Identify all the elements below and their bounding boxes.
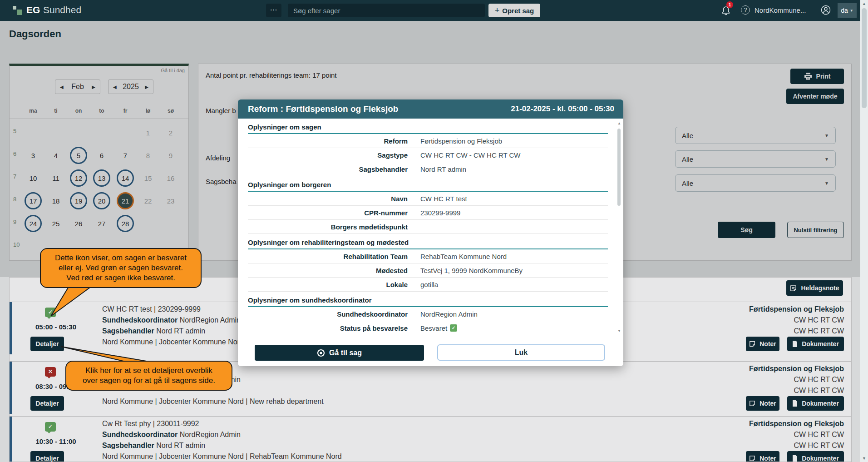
logo-eg-text: EG xyxy=(26,5,40,15)
section-heading: Oplysninger om sundhedskoordinator xyxy=(248,296,608,307)
section-heading: Oplysninger om rehabiliteringsteam og mø… xyxy=(248,238,608,249)
search-input[interactable] xyxy=(288,4,485,17)
organization-name[interactable]: NordKommune... xyxy=(755,6,806,14)
topbar: EG Sundhed ⋯ + Opret sag 1 ? NordKommune… xyxy=(0,0,868,21)
field-label: Reform xyxy=(248,137,420,145)
field-label: Borgers mødetidspunkt xyxy=(248,223,420,231)
scrollbar-thumb[interactable] xyxy=(862,8,867,108)
eg-logo-icon xyxy=(13,6,16,10)
create-case-label: Opret sag xyxy=(502,7,534,15)
modal-title: Reform : Førtidspension og Fleksjob xyxy=(248,104,398,114)
field-label: Lokale xyxy=(248,281,420,288)
chevron-down-icon: ▼ xyxy=(850,9,853,13)
status-answered-icon: ✓ xyxy=(450,324,457,332)
modal-scrollbar[interactable]: ▲ ▼ xyxy=(616,121,622,354)
modal-body: Oplysninger om sagen ReformFørtidspensio… xyxy=(238,123,623,335)
user-profile-icon[interactable] xyxy=(821,5,831,15)
tutorial-callout-status-icon: Dette ikon viser, om sagen er besvaret e… xyxy=(40,248,202,288)
language-value: da xyxy=(841,7,848,14)
scrollbar-thumb[interactable] xyxy=(617,129,621,206)
field-value: gotilla xyxy=(420,281,438,288)
callout-line: Ved rød er sagen ikke besvaret. xyxy=(47,273,194,283)
field-value: CW HC RT test xyxy=(420,195,467,203)
more-menu-button[interactable]: ⋯ xyxy=(266,4,281,17)
section-borgeren: Oplysninger om borgeren NavnCW HC RT tes… xyxy=(248,181,608,234)
notification-badge: 1 xyxy=(726,1,733,8)
section-sundhedskoordinator: Oplysninger om sundhedskoordinator Sundh… xyxy=(248,296,608,335)
create-case-button[interactable]: + Opret sag xyxy=(488,4,540,17)
modal-header: Reform : Førtidspension og Fleksjob 21-0… xyxy=(238,99,623,119)
field-label: CPR-nummer xyxy=(248,209,420,217)
close-label: Luk xyxy=(515,348,528,357)
logo-product-text: Sundhed xyxy=(43,5,81,15)
case-details-modal: Reform : Førtidspension og Fleksjob 21-0… xyxy=(238,99,623,366)
field-label: Mødested xyxy=(248,267,420,274)
goto-case-label: Gå til sag xyxy=(329,349,362,357)
section-rehabteam: Oplysninger om rehabiliteringsteam og mø… xyxy=(248,238,608,292)
field-value: NordRegion Admin xyxy=(420,310,478,318)
eg-logo-icon xyxy=(17,10,22,15)
callout-line: over sagen og for at gå til sagens side. xyxy=(73,376,225,386)
field-value: Førtidspension og Fleksjob xyxy=(420,137,502,145)
callout-line: Dette ikon viser, om sagen er besvaret xyxy=(47,253,194,263)
section-heading: Oplysninger om borgeren xyxy=(248,181,608,192)
help-icon[interactable]: ? xyxy=(741,5,750,15)
field-value: 230299-9999 xyxy=(420,209,460,217)
field-label: Navn xyxy=(248,195,420,203)
field-label: Sundhedskoordinator xyxy=(248,310,420,318)
field-label: Sagstype xyxy=(248,151,420,159)
scroll-down-icon[interactable]: ▼ xyxy=(860,456,868,461)
scroll-up-icon[interactable]: ▲ xyxy=(860,1,868,6)
callout-line: eller ej. Ved grøn er sagen besvaret. xyxy=(47,263,194,273)
language-selector[interactable]: da ▼ xyxy=(838,3,857,18)
field-value: TestVej 1, 9999 NordKommuneBy xyxy=(420,267,523,274)
app-screen: EG Sundhed ⋯ + Opret sag 1 ? NordKommune… xyxy=(0,0,868,462)
field-value: RehabTeam Kommune Nord xyxy=(420,253,507,260)
status-value: Besvaret xyxy=(420,324,447,332)
field-label: Status på besvarelse xyxy=(248,324,420,332)
scroll-up-icon[interactable]: ▲ xyxy=(616,121,622,125)
callout-line: Klik her for at se et detaljeret overbli… xyxy=(73,366,225,376)
page-scrollbar[interactable]: ▲ ▼ xyxy=(860,0,868,462)
field-label: Sagsbehandler xyxy=(248,165,420,173)
modal-datetime: 21-02-2025 - kl. 05:00 - 05:30 xyxy=(511,104,614,114)
section-heading: Oplysninger om sagen xyxy=(248,123,608,134)
close-modal-button[interactable]: Luk xyxy=(437,344,605,361)
field-value: Nord RT admin xyxy=(420,165,466,173)
section-sagen: Oplysninger om sagen ReformFørtidspensio… xyxy=(248,123,608,176)
tutorial-callout-details: Klik her for at se et detaljeret overbli… xyxy=(65,361,232,391)
field-label: Rehabilitation Team xyxy=(248,253,420,260)
goto-case-button[interactable]: Gå til sag xyxy=(255,345,424,361)
plus-icon: + xyxy=(495,6,500,15)
field-value: CW HC RT CW - CW HC RT CW xyxy=(420,151,521,159)
eye-icon xyxy=(317,349,325,357)
scroll-down-icon[interactable]: ▼ xyxy=(616,329,622,333)
